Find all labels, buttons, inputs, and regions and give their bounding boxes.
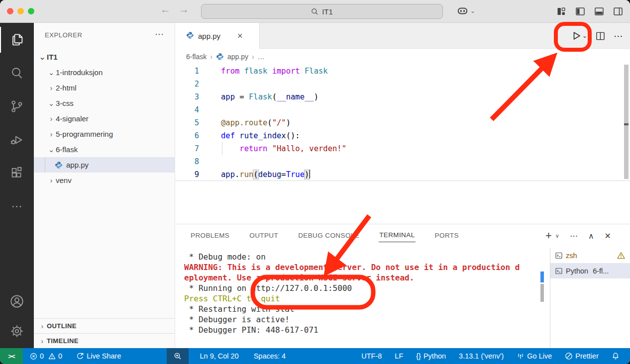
python-interpreter[interactable]: 3.13.1 ('venv') xyxy=(452,348,510,364)
editor-scrollbar[interactable] xyxy=(624,65,629,179)
error-count: 0 xyxy=(40,352,44,360)
terminal-icon xyxy=(555,268,562,274)
breadcrumb-file[interactable]: app.py xyxy=(227,53,248,61)
tree-item-6-flask[interactable]: ⌄6-flask xyxy=(34,142,175,157)
toggle-primary-sidebar-icon[interactable] xyxy=(575,6,585,16)
notifications-bell[interactable] xyxy=(605,348,626,364)
status-bar: >< 0 0 Live Share Ln 9, Col 20 Spaces: 4… xyxy=(0,348,630,364)
maximize-panel-icon[interactable]: ∧ xyxy=(588,231,594,241)
indentation-setting[interactable]: Spaces: 4 xyxy=(250,348,290,364)
live-share-button[interactable]: Live Share xyxy=(72,348,125,364)
panel-tab-ports[interactable]: PORTS xyxy=(434,230,459,242)
panel-more-actions-icon[interactable]: ⋯ xyxy=(570,231,578,241)
encoding-setting[interactable]: UTF-8 xyxy=(355,348,388,364)
indentation-label: Spaces: 4 xyxy=(254,352,286,360)
extensions-icon[interactable] xyxy=(0,160,34,186)
accounts-icon[interactable] xyxy=(0,288,34,314)
language-label: Python xyxy=(423,352,446,360)
tree-item-5-programmering[interactable]: ›5-programmering xyxy=(34,126,175,142)
timeline-section[interactable]: › TIMELINE xyxy=(34,333,175,348)
code-line-9[interactable]: 9app.run(debug=True) xyxy=(175,168,630,181)
code-editor[interactable]: 1from flask import Flask23app = Flask(__… xyxy=(175,65,630,224)
tree-item-venv[interactable]: ›venv xyxy=(34,173,175,188)
tree-item-2-html[interactable]: ›2-html xyxy=(34,80,175,95)
split-editor-icon[interactable] xyxy=(596,31,605,41)
tree-item-3-css[interactable]: ⌄3-css xyxy=(34,95,175,111)
timeline-label: TIMELINE xyxy=(47,337,79,345)
editor-more-actions-icon[interactable]: ⋯ xyxy=(614,30,623,42)
panel-tab-output[interactable]: OUTPUT xyxy=(249,230,279,242)
explorer-more-actions-icon[interactable]: ⋯ xyxy=(155,29,164,40)
panel-tab-problems[interactable]: PROBLEMS xyxy=(190,230,230,242)
run-debug-icon[interactable] xyxy=(0,127,34,153)
zoom-window-button[interactable] xyxy=(28,8,34,14)
terminal-scrollbar-thumb[interactable] xyxy=(540,284,544,302)
prettier-status[interactable]: Prettier xyxy=(558,348,605,364)
run-dropdown-chevron-icon[interactable]: ⌄ xyxy=(582,32,587,39)
nav-forward-icon[interactable]: → xyxy=(179,3,189,15)
settings-gear-icon[interactable] xyxy=(0,318,34,344)
line-number: 2 xyxy=(175,78,205,91)
code-text: @app.route("/") xyxy=(205,116,291,129)
run-python-file-button[interactable]: ⌄ xyxy=(571,30,587,41)
cursor-position[interactable]: Ln 9, Col 20 xyxy=(196,348,242,364)
line-number: 7 xyxy=(175,142,205,155)
language-mode[interactable]: {} Python xyxy=(410,348,452,364)
code-line-3[interactable]: 3app = Flask(__name__) xyxy=(175,91,630,103)
customize-layout-icon[interactable] xyxy=(556,6,566,16)
minimize-window-button[interactable] xyxy=(17,8,24,14)
terminal-line: Press CTRL+C to quit xyxy=(184,293,520,304)
breadcrumb-symbol[interactable]: … xyxy=(258,53,265,61)
zoom-indicator[interactable] xyxy=(167,348,189,364)
code-line-2[interactable]: 2 xyxy=(175,78,630,91)
toggle-panel-icon[interactable] xyxy=(594,6,604,16)
chevron-right-icon: › xyxy=(38,322,47,330)
eol-label: LF xyxy=(395,352,403,360)
breadcrumb-folder[interactable]: 6-flask xyxy=(186,53,207,61)
tree-item-it1[interactable]: ⌄IT1 xyxy=(34,49,175,65)
tree-item-label: 1-introduksjon xyxy=(56,68,103,77)
code-line-6[interactable]: 6def rute_index(): xyxy=(175,129,630,142)
remote-indicator[interactable]: >< xyxy=(0,348,23,364)
terminal-list-item-python[interactable]: Python6-fl... xyxy=(550,263,630,278)
terminal-output[interactable]: * Debug mode: onWARNING: This is a devel… xyxy=(184,252,520,335)
code-text xyxy=(205,155,221,168)
problems-status[interactable]: 0 0 xyxy=(26,348,66,364)
terminal-list: zshPython6-fl... xyxy=(550,248,630,278)
title-bar: ← → IT1 ⌄ xyxy=(0,0,630,23)
cursor-position-label: Ln 9, Col 20 xyxy=(200,352,238,360)
text-cursor xyxy=(309,170,310,179)
bell-icon xyxy=(612,352,620,360)
go-live-button[interactable]: Go Live xyxy=(510,348,558,364)
breadcrumb[interactable]: 6-flask › app.py › … xyxy=(175,49,630,65)
code-line-8[interactable]: 8 xyxy=(175,155,630,168)
search-view-icon[interactable] xyxy=(0,60,34,86)
close-tab-icon[interactable]: × xyxy=(237,31,243,41)
code-line-1[interactable]: 1from flask import Flask xyxy=(175,65,630,78)
tab-app-py[interactable]: app.py × xyxy=(175,23,260,49)
panel-tab-debug-console[interactable]: DEBUG CONSOLE xyxy=(298,230,360,242)
toggle-secondary-sidebar-icon[interactable] xyxy=(613,6,623,16)
code-line-7[interactable]: 7 return "Hallo, verden!" xyxy=(175,142,630,155)
terminal-list-item-zsh[interactable]: zsh xyxy=(550,248,630,263)
new-terminal-icon[interactable]: + xyxy=(545,229,552,242)
tree-item-app-py[interactable]: app.py xyxy=(34,157,175,173)
terminal-profile-chevron-icon[interactable]: ∨ xyxy=(555,233,559,239)
panel-tab-terminal[interactable]: TERMINAL xyxy=(379,229,415,242)
outline-section[interactable]: › OUTLINE xyxy=(34,318,175,333)
more-views-icon[interactable]: ⋯ xyxy=(0,193,34,219)
nav-back-icon[interactable]: ← xyxy=(160,3,171,15)
prettier-label: Prettier xyxy=(575,352,599,360)
close-panel-icon[interactable]: ✕ xyxy=(605,231,611,241)
explorer-icon[interactable] xyxy=(0,27,34,53)
eol-setting[interactable]: LF xyxy=(388,348,410,364)
code-line-5[interactable]: 5@app.route("/") xyxy=(175,116,630,129)
line-number: 8 xyxy=(175,155,205,168)
code-line-4[interactable]: 4 xyxy=(175,103,630,116)
command-center-search[interactable]: IT1 xyxy=(201,4,443,19)
source-control-icon[interactable] xyxy=(0,93,34,119)
close-window-button[interactable] xyxy=(7,8,13,14)
tree-item-4-signaler[interactable]: ›4-signaler xyxy=(34,111,175,126)
tree-item-1-introduksjon[interactable]: ⌄1-introduksjon xyxy=(34,65,175,80)
copilot-menu[interactable]: ⌄ xyxy=(457,5,475,16)
